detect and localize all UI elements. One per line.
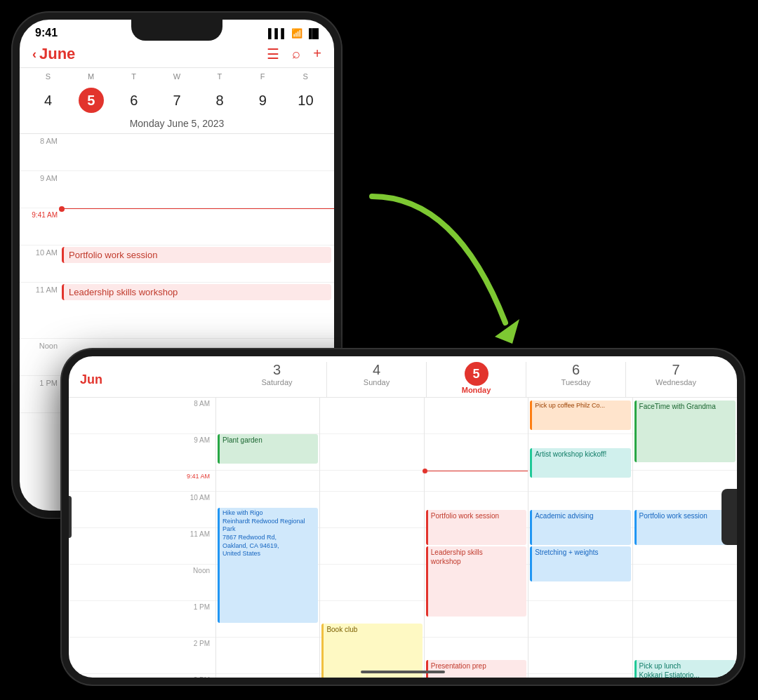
ls-time-text-10am: 10 AM xyxy=(190,492,210,502)
ls-month: Jun xyxy=(80,372,227,387)
ls-day-name-sun: Sunday xyxy=(364,378,390,386)
current-time-dot xyxy=(59,206,65,212)
event-leadership-portrait[interactable]: Leadership skills workshop xyxy=(62,284,331,300)
date-5-today[interactable]: 5 xyxy=(79,88,104,113)
add-icon[interactable]: + xyxy=(313,46,321,62)
date-6[interactable]: 6 xyxy=(121,88,147,113)
ls-time-text-8am: 8 AM xyxy=(194,398,210,408)
time-label-11am: 11 AM xyxy=(20,283,62,294)
ls-time-941: 9:41 AM xyxy=(69,471,215,492)
ls-day-num-6: 6 xyxy=(572,362,580,378)
back-chevron-icon[interactable]: ‹ xyxy=(32,47,36,62)
time-label-8am: 8 AM xyxy=(20,134,62,145)
slot-content-10am: Portfolio work session xyxy=(62,245,334,282)
ls-time-2pm: 2 PM xyxy=(69,638,215,674)
date-9[interactable]: 9 xyxy=(250,88,275,113)
ls-time-text-noon: Noon xyxy=(193,565,210,574)
notch xyxy=(131,20,222,41)
ls-day-name-sat: Saturday xyxy=(261,378,292,386)
ls-col-wednesday[interactable]: 7 Wednesday xyxy=(626,362,726,397)
ls-events-monday: Portfolio work session Leadership skills… xyxy=(425,398,528,678)
event-plant-garden[interactable]: Plant garden xyxy=(218,434,318,464)
battery-icon: ▐█ xyxy=(306,28,319,39)
list-icon[interactable]: ☰ xyxy=(267,46,279,62)
home-indicator xyxy=(361,671,445,673)
ls-time-1pm: 1 PM xyxy=(69,601,215,638)
event-book-club[interactable]: Book club xyxy=(321,624,422,678)
event-facetime-grandma[interactable]: FaceTime with Grandma xyxy=(634,401,736,462)
ls-current-dot xyxy=(423,469,427,473)
day-label-s2: S xyxy=(284,72,327,81)
month-title[interactable]: ‹ June xyxy=(32,45,75,63)
landscape-body: 8 AM 9 AM 9:41 AM 10 AM 11 AM Noon 1 PM … xyxy=(69,398,737,678)
event-pickup-lunch[interactable]: Pick up lunchKokkari Estiatorio... xyxy=(634,660,736,678)
landscape-phone: Jun 3 Saturday 4 Sunday 5 Monday xyxy=(62,349,744,685)
time-label-941: 9:41 AM xyxy=(20,208,62,219)
ls-time-noon: Noon xyxy=(69,565,215,601)
time-slot-9am: 9 AM xyxy=(20,171,334,208)
time-label-1pm: 1 PM xyxy=(20,376,62,387)
event-artist-workshop[interactable]: Artist workshop kickoff! xyxy=(530,448,630,478)
ls-day-name-wed: Wednesday xyxy=(656,378,696,386)
event-pickup-coffee[interactable]: Pick up coffee Philz Co... xyxy=(530,401,630,430)
current-time-line xyxy=(62,208,334,209)
ls-line-sat-8 xyxy=(216,398,319,434)
calendar-header: ‹ June ☰ ⌕ + xyxy=(20,42,334,68)
event-stretching[interactable]: Stretching + weights xyxy=(530,546,630,581)
ls-time-col: 8 AM 9 AM 9:41 AM 10 AM 11 AM Noon 1 PM … xyxy=(69,398,216,678)
ls-line-sat-3 xyxy=(216,674,319,678)
slot-content-941 xyxy=(62,208,334,245)
day-label-t: T xyxy=(112,72,155,81)
ls-col-monday[interactable]: 5 Monday xyxy=(427,362,526,397)
wifi-icon: 📶 xyxy=(291,28,302,39)
event-portfolio-wednesday[interactable]: Portfolio work session xyxy=(634,510,736,545)
status-icons: ▌▌▌ 📶 ▐█ xyxy=(268,28,319,39)
ls-time-text-1pm: 1 PM xyxy=(194,601,210,611)
event-academic-advising[interactable]: Academic advising xyxy=(530,510,630,545)
ls-day-name-tue: Tuesday xyxy=(561,378,591,386)
event-presentation-prep[interactable]: Presentation prep xyxy=(426,660,526,678)
svg-marker-0 xyxy=(495,319,519,344)
side-notch-left xyxy=(69,496,72,538)
green-arrow xyxy=(344,182,540,368)
time-label-9am: 9 AM xyxy=(20,171,62,182)
event-portfolio-monday[interactable]: Portfolio work session xyxy=(426,510,526,545)
day-label-s: S xyxy=(27,72,69,81)
ls-time-10am: 10 AM xyxy=(69,492,215,528)
ls-events-area: Plant garden Hike with RigoReinhardt Red… xyxy=(216,398,737,678)
search-icon[interactable]: ⌕ xyxy=(292,46,300,62)
slot-content-11am: Leadership skills workshop xyxy=(62,283,334,319)
ls-events-sunday: Book club xyxy=(320,398,424,678)
date-4[interactable]: 4 xyxy=(36,88,61,113)
ls-day-num-4: 4 xyxy=(373,362,380,378)
ls-time-text-3pm: 3 PM xyxy=(194,674,210,678)
ls-time-3pm: 3 PM xyxy=(69,674,215,678)
date-10[interactable]: 10 xyxy=(293,88,318,113)
ls-time-text-9am: 9 AM xyxy=(194,434,210,444)
event-portfolio-portrait[interactable]: Portfolio work session xyxy=(62,247,331,263)
ls-events-tuesday: Pick up coffee Philz Co... Artist worksh… xyxy=(528,398,632,678)
side-notch-right xyxy=(722,489,737,545)
ls-time-11am: 11 AM xyxy=(69,528,215,565)
event-leadership-monday[interactable]: Leadership skillsworkshop xyxy=(426,546,526,617)
ls-line-sat-941 xyxy=(216,471,319,492)
slot-content-8am xyxy=(62,134,334,170)
ls-events-saturday: Plant garden Hike with RigoReinhardt Red… xyxy=(216,398,320,678)
time-slot-8am: 8 AM xyxy=(20,134,334,171)
ls-time-text-11am: 11 AM xyxy=(190,528,210,538)
week-day-labels: S M T W T F S xyxy=(20,68,334,83)
ls-current-time xyxy=(425,471,528,471)
time-slot-10am: 10 AM Portfolio work session xyxy=(20,245,334,283)
date-7[interactable]: 7 xyxy=(164,88,190,113)
ls-time-text-2pm: 2 PM xyxy=(194,638,210,647)
ls-col-saturday[interactable]: 3 Saturday xyxy=(227,362,327,397)
date-8[interactable]: 8 xyxy=(207,88,232,113)
ls-month-label: Jun xyxy=(80,372,102,386)
event-hike-rigo[interactable]: Hike with RigoReinhardt Redwood Regional… xyxy=(218,508,318,623)
ls-col-sunday[interactable]: 4 Sunday xyxy=(327,362,427,397)
ls-col-tuesday[interactable]: 6 Tuesday xyxy=(526,362,626,397)
ls-day-num-7: 7 xyxy=(672,362,679,378)
slot-content-9am xyxy=(62,171,334,208)
time-label-noon: Noon xyxy=(20,339,62,350)
time-slot-941: 9:41 AM xyxy=(20,208,334,245)
